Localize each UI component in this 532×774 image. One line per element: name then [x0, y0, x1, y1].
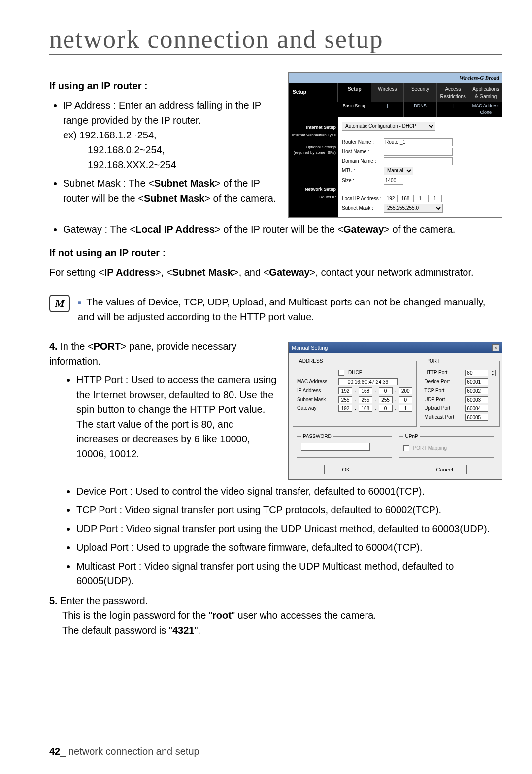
step4-multicast: Multicast Port : Video signal transfer p… — [76, 559, 502, 588]
password-legend: PASSWORD — [301, 433, 333, 440]
step4-tcp: TCP Port : Video signal transfer port us… — [76, 503, 502, 517]
ip-oct-2[interactable] — [399, 195, 412, 202]
subnav-ddns[interactable]: DDNS — [403, 102, 436, 117]
ip-0[interactable]: 192 — [338, 387, 352, 394]
host-name-input[interactable] — [384, 148, 453, 156]
ip-1[interactable]: 168 — [359, 387, 372, 394]
step4-upload: Upload Port : Used to upgrade the softwa… — [76, 540, 502, 555]
sn-2[interactable]: 255 — [379, 396, 393, 403]
gw-2[interactable]: 0 — [379, 405, 393, 412]
multicast-port: 60005 — [466, 414, 488, 421]
router-brand: Wireless-G Broad — [289, 73, 502, 83]
gw-1[interactable]: 168 — [359, 405, 372, 412]
bullet-gateway: Gateway : The <Local IP Address> of the … — [63, 222, 502, 236]
domain-name-input[interactable] — [384, 157, 453, 165]
ip-oct-4[interactable] — [428, 195, 442, 202]
manual-title: Manual Setting — [292, 344, 328, 352]
password-input[interactable] — [301, 443, 370, 451]
note-text: The values of Device, TCP, UDP, Upload, … — [78, 295, 502, 324]
ip-3[interactable]: 200 — [399, 387, 412, 394]
dhcp-checkbox[interactable] — [338, 370, 344, 376]
udp-port: 60003 — [466, 396, 488, 403]
tcp-port: 60002 — [466, 387, 488, 394]
router-tab-setup[interactable]: Setup — [338, 83, 371, 102]
manual-setting-figure: Manual Setting × ADDRESS DHCP MAC Addres… — [288, 342, 502, 480]
ok-button[interactable]: OK — [324, 465, 368, 474]
router-tab-wireless[interactable]: Wireless — [371, 83, 404, 102]
gw-0[interactable]: 192 — [338, 405, 352, 412]
gw-3[interactable]: 1 — [399, 405, 412, 412]
ip-2[interactable]: 0 — [379, 387, 393, 394]
mtu-select[interactable]: Manual — [384, 167, 413, 175]
page-title: network connection and setup — [49, 25, 502, 55]
router-setup-label: Setup — [289, 83, 338, 102]
router-tab-access[interactable]: Access Restrictions — [436, 83, 469, 102]
subnav-mac[interactable]: MAC Address Clone — [469, 102, 502, 117]
step4-device: Device Port : Used to control the video … — [76, 484, 502, 499]
page-footer: 42_ network connection and setup — [49, 746, 200, 757]
address-legend: ADDRESS — [297, 357, 325, 365]
http-spin[interactable]: ▲▼ — [490, 370, 496, 376]
sn-1[interactable]: 255 — [359, 396, 372, 403]
sn-0[interactable]: 255 — [338, 396, 352, 403]
subnav-basic[interactable]: Basic Setup — [338, 102, 371, 117]
size-input[interactable] — [384, 177, 403, 185]
upnp-legend: UPnP — [403, 433, 420, 440]
note-icon: M — [49, 295, 70, 312]
sn-3[interactable]: 0 — [399, 396, 412, 403]
router-ui-figure: Wireless-G Broad Setup Setup Wireless Se… — [288, 72, 502, 218]
no-router-text: For setting <IP Address>, <Subnet Mask>,… — [49, 265, 502, 280]
router-tab-security[interactable]: Security — [403, 83, 436, 102]
router-tab-apps[interactable]: Applications & Gaming — [469, 83, 502, 102]
step-4: 4. In the <PORT> pane, provide necessary… — [49, 339, 278, 369]
upload-port: 60004 — [466, 405, 488, 412]
subnet-select[interactable]: 255.255.255.0 — [384, 204, 443, 213]
step-5: 5. Enter the password. This is the login… — [49, 593, 502, 638]
cancel-button[interactable]: Cancel — [423, 465, 467, 474]
step4-http: HTTP Port : Used to access the camera us… — [76, 372, 278, 461]
step4-udp: UDP Port : Video signal transfer port us… — [76, 521, 502, 536]
router-name-input[interactable] — [384, 138, 453, 146]
ict-select[interactable]: Automatic Configuration - DHCP — [342, 122, 435, 131]
port-legend: PORT — [424, 357, 442, 365]
port-mapping-checkbox[interactable] — [403, 445, 409, 451]
ip-oct-3[interactable] — [413, 195, 427, 202]
heading-if-router: If using an IP router : — [49, 78, 278, 93]
device-port: 60001 — [466, 378, 488, 385]
ip-oct-1[interactable] — [384, 195, 398, 202]
http-port[interactable]: 80 — [466, 370, 488, 376]
bullet-subnet: Subnet Mask : The <Subnet Mask> of the I… — [63, 176, 278, 205]
close-icon[interactable]: × — [492, 344, 499, 351]
mac-value: 00:16:6C:47:24:36 — [338, 378, 398, 385]
bullet-ip: IP Address : Enter an address falling in… — [63, 98, 278, 172]
heading-no-router: If not using an IP router : — [49, 245, 502, 260]
